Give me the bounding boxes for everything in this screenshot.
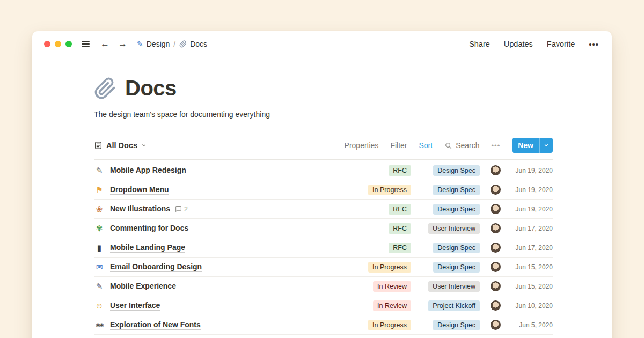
properties-button[interactable]: Properties (345, 141, 379, 150)
last-edited-date: Jun 19, 2020 (505, 186, 553, 194)
last-edited-date: Jun 17, 2020 (505, 244, 553, 252)
search-label: Search (456, 141, 479, 150)
type-badge[interactable]: Design Spec (433, 204, 480, 215)
status-badge[interactable]: In Review (373, 300, 411, 311)
view-toolbar: All Docs Properties Filter Sort Search (94, 138, 553, 160)
zoom-window-button[interactable] (65, 41, 72, 47)
doc-title-link[interactable]: Mobile Experience (110, 282, 176, 291)
filter-button[interactable]: Filter (390, 141, 407, 150)
type-badge[interactable]: Design Spec (433, 165, 480, 176)
table-row[interactable]: ▮ Mobile Landing Page RFC Design Spec Ju… (94, 238, 553, 258)
type-badge[interactable]: Design Spec (433, 262, 480, 273)
avatar (491, 185, 501, 195)
status-badge[interactable]: RFC (389, 223, 411, 234)
paperclip-icon (179, 40, 187, 48)
favorite-button[interactable]: Favorite (547, 40, 575, 48)
avatar (491, 300, 501, 311)
status-badge[interactable]: In Progress (368, 320, 411, 330)
table-row[interactable]: ✾ Commenting for Docs RFC User Interview… (94, 219, 553, 238)
type-badge[interactable]: Design Spec (433, 243, 480, 253)
docs-table: ✎ Mobile App Redesign RFC Design Spec Ju… (94, 161, 553, 335)
pen-icon: ✎ (94, 282, 105, 290)
breadcrumb-item-docs[interactable]: Docs (179, 40, 207, 48)
table-row[interactable]: ◉◉ Exploration of New Fonts In Progress … (94, 315, 553, 335)
page-title: Docs (94, 76, 553, 100)
toolbar-more-icon[interactable]: ••• (492, 142, 501, 150)
doc-title-link[interactable]: Commenting for Docs (110, 224, 188, 233)
pen-icon: ✎ (94, 166, 105, 174)
breadcrumb-item-design[interactable]: ✎ Design (137, 40, 170, 48)
type-badge[interactable]: Design Spec (433, 320, 480, 330)
page-content: Docs The design team's space for documen… (32, 76, 612, 335)
last-edited-date: Jun 5, 2020 (505, 321, 553, 329)
type-badge[interactable]: Design Spec (433, 185, 480, 195)
window-titlebar: ← → ✎ Design / Docs Share Update (32, 31, 612, 57)
forward-arrow-icon[interactable]: → (118, 39, 127, 49)
view-name: All Docs (106, 141, 137, 150)
document-icon (94, 141, 103, 150)
doc-title-link[interactable]: Email Onboarding Design (110, 262, 202, 272)
view-selector[interactable]: All Docs (94, 141, 147, 150)
close-window-button[interactable] (44, 41, 50, 47)
chevron-down-icon (141, 143, 147, 148)
pen-icon: ✎ (137, 40, 143, 48)
breadcrumb-separator: / (173, 40, 175, 48)
desktop-background: ← → ✎ Design / Docs Share Update (0, 0, 644, 338)
doc-title-link[interactable]: Exploration of New Fonts (110, 320, 201, 330)
last-edited-date: Jun 19, 2020 (505, 167, 553, 174)
traffic-lights (44, 41, 72, 47)
share-button[interactable]: Share (469, 40, 490, 48)
doc-title-link[interactable]: New Illustrations (110, 204, 170, 214)
last-edited-date: Jun 15, 2020 (505, 263, 553, 271)
back-arrow-icon[interactable]: ← (100, 39, 109, 49)
table-row[interactable]: ✉ Email Onboarding Design In Progress De… (94, 258, 553, 277)
table-row[interactable]: ✎ Mobile App Redesign RFC Design Spec Ju… (94, 161, 553, 180)
breadcrumb: ✎ Design / Docs (137, 40, 207, 48)
doc-title-link[interactable]: User Interface (110, 301, 160, 311)
avatar (491, 165, 501, 175)
new-button-label: New (512, 138, 539, 153)
breadcrumb-label: Docs (190, 40, 207, 48)
status-badge[interactable]: In Progress (368, 262, 411, 273)
doc-title-link[interactable]: Mobile App Redesign (110, 166, 186, 175)
status-badge[interactable]: RFC (389, 165, 411, 176)
last-edited-date: Jun 10, 2020 (505, 302, 553, 310)
type-badge[interactable]: User Interview (428, 281, 480, 292)
search-icon (444, 142, 452, 150)
paperclip-icon (94, 77, 116, 100)
comment-count[interactable]: 2 (175, 205, 188, 213)
search-button[interactable]: Search (444, 141, 479, 150)
last-edited-date: Jun 17, 2020 (505, 225, 553, 232)
page-title-text: Docs (125, 76, 177, 100)
avatar (491, 204, 501, 214)
more-options-icon[interactable]: ••• (589, 40, 599, 49)
status-badge[interactable]: RFC (389, 204, 411, 215)
table-row[interactable]: ❀ New Illustrations 2 RFC Design Spec Ju… (94, 200, 553, 219)
mailbox-icon: ✉ (94, 263, 105, 271)
bookmark-icon: ⚑ (94, 186, 105, 194)
page-description: The design team's space for documenting … (94, 110, 553, 119)
table-row[interactable]: ✎ Mobile Experience In Review User Inter… (94, 277, 553, 296)
table-row[interactable]: ☺ User Interface In Review Project Kicko… (94, 296, 553, 315)
breadcrumb-label: Design (147, 40, 170, 48)
doc-title-link[interactable]: Dropdown Menu (110, 185, 169, 195)
type-badge[interactable]: User Interview (428, 223, 480, 234)
comment-count-number: 2 (184, 205, 188, 213)
sidebar-menu-icon[interactable] (82, 41, 90, 47)
doc-title-link[interactable]: Mobile Landing Page (110, 243, 185, 253)
new-dropdown-chevron[interactable] (540, 138, 553, 153)
mobile-phone-icon: ▮ (94, 244, 105, 252)
table-row[interactable]: ⚑ Dropdown Menu In Progress Design Spec … (94, 180, 553, 200)
status-badge[interactable]: In Review (373, 281, 411, 292)
minimize-window-button[interactable] (55, 41, 61, 47)
new-button[interactable]: New (512, 138, 553, 153)
status-badge[interactable]: In Progress (368, 185, 411, 195)
avatar (491, 281, 501, 291)
last-edited-date: Jun 19, 2020 (505, 205, 553, 213)
updates-button[interactable]: Updates (504, 40, 533, 48)
status-badge[interactable]: RFC (389, 243, 411, 253)
notion-window: ← → ✎ Design / Docs Share Update (32, 31, 612, 338)
type-badge[interactable]: Project Kickoff (428, 300, 480, 311)
eyes-icon: ◉◉ (94, 322, 105, 328)
sort-button[interactable]: Sort (419, 141, 433, 150)
